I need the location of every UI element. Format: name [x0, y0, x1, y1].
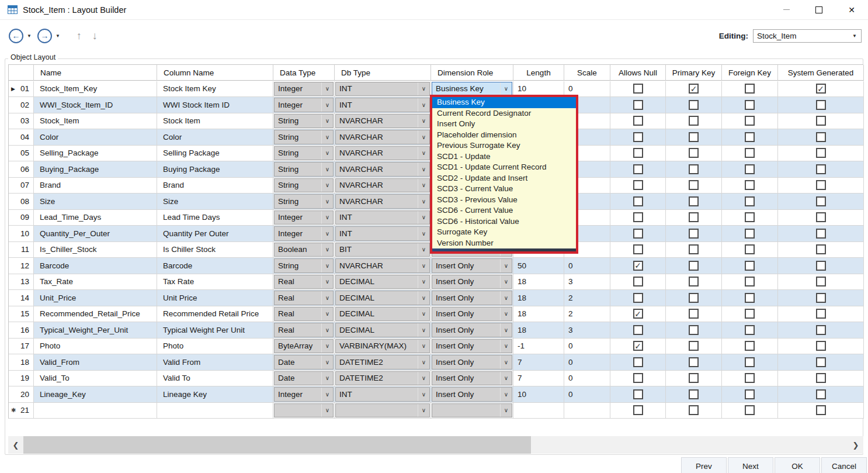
primary-key-checkbox[interactable] — [689, 357, 699, 367]
chevron-down-icon[interactable]: ∨ — [500, 355, 512, 369]
dimension-role-combobox[interactable]: Insert Only∨ — [432, 275, 512, 289]
cell-name[interactable]: Valid_To — [34, 371, 157, 387]
dropdown-item[interactable]: SCD1 - Update — [432, 151, 576, 163]
column-header-primary_key[interactable]: Primary Key — [666, 65, 722, 81]
chevron-down-icon[interactable]: ∨ — [418, 291, 429, 305]
cell-name[interactable]: Size — [34, 194, 157, 210]
chevron-down-icon[interactable]: ∨ — [418, 195, 429, 208]
dropdown-item[interactable]: Previous Surrogate Key — [432, 140, 576, 151]
column-header-scale[interactable]: Scale — [564, 65, 610, 81]
scroll-left-button[interactable]: ❮ — [8, 436, 23, 454]
chevron-down-icon[interactable]: ∨ — [418, 372, 429, 385]
cell-scale[interactable]: 0 — [564, 371, 610, 387]
system-generated-checkbox[interactable] — [816, 357, 826, 367]
dropdown-item[interactable]: SCD1 - Update Current Record — [432, 162, 576, 173]
forward-dropdown-caret-icon[interactable]: ▼ — [55, 33, 60, 39]
dimension-role-combobox[interactable]: Insert Only∨ — [432, 291, 512, 305]
cell-length[interactable]: 18 — [513, 322, 564, 339]
foreign-key-checkbox[interactable] — [745, 309, 755, 319]
chevron-down-icon[interactable]: ∨ — [321, 211, 333, 225]
chevron-down-icon[interactable]: ∨ — [321, 98, 333, 112]
dropdown-item[interactable]: Placeholder dimension — [432, 130, 576, 141]
cell-column-name[interactable]: Valid To — [157, 371, 273, 387]
chevron-down-icon[interactable]: ∨ — [418, 147, 429, 160]
move-up-button[interactable]: ↑ — [77, 30, 82, 41]
data-type-combobox[interactable]: Integer∨ — [274, 226, 334, 241]
cell-column-name[interactable]: Size — [157, 194, 273, 210]
system-generated-checkbox[interactable] — [816, 180, 826, 190]
cell-scale[interactable]: 0 — [564, 258, 610, 274]
cancel-button[interactable]: Cancel — [821, 457, 867, 473]
dropdown-item[interactable]: SCD6 - Current Value — [432, 205, 576, 216]
row-header[interactable]: 09 — [9, 210, 34, 226]
next-button[interactable]: Next — [728, 457, 773, 473]
data-type-combobox[interactable]: String∨ — [274, 146, 334, 161]
system-generated-checkbox[interactable] — [816, 389, 826, 399]
chevron-down-icon[interactable]: ∨ — [321, 388, 333, 401]
allows-null-checkbox[interactable] — [633, 229, 643, 239]
chevron-down-icon[interactable]: ∨ — [321, 291, 333, 305]
chevron-down-icon[interactable]: ∨ — [321, 179, 333, 192]
cell-length[interactable]: 18 — [513, 290, 564, 306]
chevron-down-icon[interactable]: ∨ — [321, 404, 333, 417]
column-header-data_type[interactable]: Data Type — [273, 65, 335, 81]
dropdown-item[interactable]: Surrogate Key — [432, 227, 576, 238]
chevron-down-icon[interactable]: ∨ — [418, 163, 429, 176]
foreign-key-checkbox[interactable] — [745, 325, 755, 335]
db-type-combobox[interactable]: ∨ — [335, 403, 430, 418]
cell-length[interactable]: 18 — [513, 306, 564, 323]
row-header[interactable]: 14 — [9, 290, 34, 306]
row-header[interactable]: 02 — [9, 97, 34, 113]
chevron-down-icon[interactable]: ∨ — [500, 340, 512, 353]
foreign-key-checkbox[interactable] — [745, 389, 755, 399]
db-type-combobox[interactable]: VARBINARY(MAX)∨ — [335, 339, 430, 354]
cell-name[interactable]: WWI_Stock_Item_ID — [34, 97, 157, 113]
cell-column-name[interactable]: Valid From — [157, 354, 273, 371]
foreign-key-checkbox[interactable] — [745, 293, 755, 303]
primary-key-checkbox[interactable] — [689, 373, 699, 383]
primary-key-checkbox[interactable] — [689, 164, 699, 174]
row-header[interactable]: 17 — [9, 339, 34, 355]
cell-scale[interactable] — [564, 403, 610, 419]
row-header[interactable]: 11 — [9, 242, 34, 258]
allows-null-checkbox[interactable] — [633, 373, 643, 383]
cell-name[interactable]: Typical_Weight_Per_Unit — [34, 322, 157, 339]
db-type-combobox[interactable]: NVARCHAR∨ — [335, 146, 430, 161]
cell-scale[interactable]: 0 — [564, 354, 610, 371]
row-header[interactable]: 10 — [9, 226, 34, 242]
chevron-down-icon[interactable]: ∨ — [418, 227, 429, 240]
cell-length[interactable] — [513, 403, 564, 419]
primary-key-checkbox[interactable] — [689, 341, 699, 351]
foreign-key-checkbox[interactable] — [745, 261, 755, 271]
cell-scale[interactable]: 3 — [564, 274, 610, 291]
allows-null-checkbox[interactable] — [633, 277, 643, 286]
system-generated-checkbox[interactable] — [816, 261, 826, 271]
data-type-combobox[interactable]: String∨ — [274, 130, 334, 144]
chevron-down-icon[interactable]: ∨ — [321, 372, 333, 385]
primary-key-checkbox[interactable] — [689, 100, 699, 110]
primary-key-checkbox[interactable] — [689, 277, 699, 286]
data-type-combobox[interactable]: String∨ — [274, 162, 334, 177]
cell-column-name[interactable]: Stock Item Key — [157, 81, 273, 98]
data-type-combobox[interactable]: Real∨ — [274, 323, 334, 337]
primary-key-checkbox[interactable] — [689, 132, 699, 142]
row-header[interactable]: 19 — [9, 371, 34, 387]
allows-null-checkbox[interactable]: ✓ — [633, 341, 643, 351]
allows-null-checkbox[interactable] — [633, 84, 643, 94]
back-dropdown-caret-icon[interactable]: ▼ — [27, 33, 32, 39]
cell-name[interactable]: Color — [34, 129, 157, 146]
navigate-forward-button[interactable]: → — [37, 29, 52, 43]
primary-key-checkbox[interactable] — [689, 244, 699, 254]
primary-key-checkbox[interactable] — [689, 389, 699, 399]
cell-name[interactable]: Quantity_Per_Outer — [34, 226, 157, 242]
foreign-key-checkbox[interactable] — [745, 116, 755, 126]
allows-null-checkbox[interactable] — [633, 244, 643, 254]
cell-scale[interactable]: 3 — [564, 322, 610, 339]
close-button[interactable]: ✕ — [835, 0, 868, 20]
data-type-combobox[interactable]: Real∨ — [274, 307, 334, 322]
allows-null-checkbox[interactable] — [633, 212, 643, 222]
db-type-combobox[interactable]: DECIMAL∨ — [335, 291, 430, 305]
foreign-key-checkbox[interactable] — [745, 164, 755, 174]
allows-null-checkbox[interactable] — [633, 389, 643, 399]
data-type-combobox[interactable]: String∨ — [274, 194, 334, 209]
